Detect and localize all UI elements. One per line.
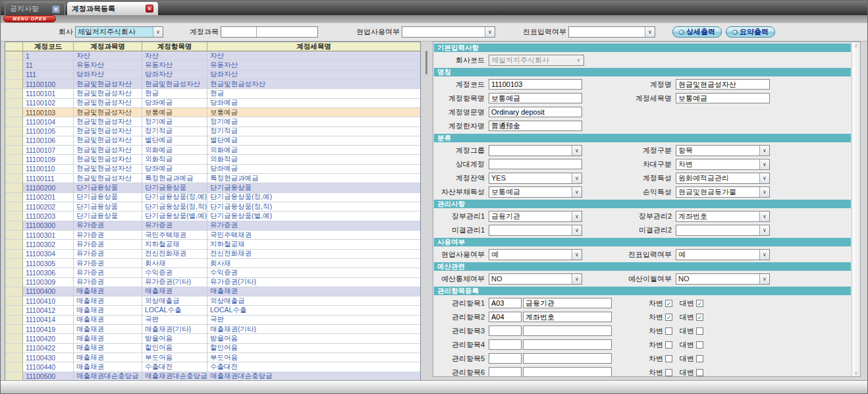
grid-scrollbar[interactable] — [423, 42, 431, 382]
table-row[interactable]: 111당좌자산당좌자산당좌자산 — [5, 70, 420, 80]
table-row[interactable]: 11100301유가증권국민주택채권국민주택채권 — [5, 231, 420, 240]
table-row[interactable]: 11100102현금및현금성자산당좌예금당좌예금 — [5, 99, 420, 108]
detail-scrollbar[interactable]: ∧ ∨ — [852, 42, 860, 376]
scrollbar-thumb[interactable] — [425, 51, 427, 74]
table-row[interactable]: 11100202단기금융상품단기금융상품(정,적)단기금융상품(정,적) — [5, 202, 420, 211]
company-select[interactable]: 제일저지주식회사 ∨ — [75, 26, 163, 38]
mgmt-item-name-input[interactable] — [523, 298, 612, 308]
budget-carryover-select[interactable]: NO ∨ — [676, 273, 770, 285]
profit-loss-trait-select[interactable]: 현금및현금등가물 ∨ — [676, 186, 770, 198]
debit-checkbox[interactable] — [665, 327, 672, 335]
debit-checkbox[interactable] — [665, 341, 672, 349]
table-row[interactable]: 11100412매출채권LOCAL수출LOCAL수출 — [5, 306, 420, 315]
close-icon[interactable]: × — [52, 5, 60, 13]
counter-account-input[interactable] — [489, 159, 582, 169]
table-row[interactable]: 11100305유가증권회사채회사채 — [5, 259, 420, 268]
row-selector-cell[interactable] — [5, 193, 23, 202]
tab-account-registration[interactable]: 계정과목등록 × — [67, 2, 158, 15]
table-row[interactable]: 11100422매출채권할인어음할인어음 — [5, 344, 420, 353]
row-selector-cell[interactable] — [5, 221, 23, 231]
row-selector-cell[interactable] — [5, 51, 23, 61]
english-name-input[interactable] — [489, 107, 582, 117]
row-selector-cell[interactable] — [5, 250, 23, 259]
table-row[interactable]: 11100300유가증권유가증권유가증권 — [5, 221, 420, 231]
credit-checkbox[interactable] — [696, 327, 703, 335]
row-selector-cell[interactable] — [5, 165, 23, 174]
row-selector-cell[interactable] — [5, 70, 23, 80]
row-selector-cell[interactable] — [5, 202, 23, 211]
account-subject-input-2[interactable] — [257, 27, 317, 37]
row-selector-cell[interactable] — [5, 174, 23, 183]
row-selector-cell[interactable] — [5, 325, 23, 334]
table-row[interactable]: 11100111현금및현금성자산특정현금과예금특정현금과예금 — [5, 174, 420, 183]
menu-open-button[interactable]: MENU OPEN — [3, 15, 56, 22]
mgmt-item-name-input[interactable] — [523, 339, 612, 350]
mgmt-item-code-input[interactable] — [489, 339, 522, 350]
row-selector-cell[interactable] — [5, 296, 23, 306]
table-row[interactable]: 11100200단기금융상품단기금융상품단기금융상품 — [5, 183, 420, 192]
table-row[interactable]: 11100309유가증권유가증권(기타)유가증권(기타) — [5, 278, 420, 287]
table-row[interactable]: 11100203단기금융상품단기금융상품(별,예)단기금융상품(별,예) — [5, 211, 420, 221]
book-mgmt1-select[interactable]: 금융기관 ∨ — [489, 211, 582, 222]
hanja-name-input[interactable] — [489, 121, 582, 131]
slip-entry-select[interactable]: 예 ∨ — [676, 249, 770, 260]
detail-name-input[interactable] — [676, 93, 770, 103]
table-row[interactable]: 11100306유가증권수익증권수익증권 — [5, 268, 420, 277]
table-row[interactable]: 11100419매출채권매출채권(기타)매출채권(기타) — [5, 325, 420, 334]
tab-notice[interactable]: 공지사항 × — [5, 2, 65, 15]
mgmt-item-name-input[interactable] — [523, 353, 612, 364]
table-row[interactable]: 11100304유가증권전신전화채권전신전화채권 — [5, 250, 420, 259]
row-selector-cell[interactable] — [5, 268, 23, 277]
account-code-input[interactable] — [489, 79, 582, 90]
table-row[interactable]: 11100110현금및현금성자산당좌예금당좌예금 — [5, 165, 420, 174]
account-balance-select[interactable]: YES ∨ — [489, 173, 582, 184]
mgmt-item-code-input[interactable] — [489, 367, 522, 376]
table-row[interactable]: 11100103현금및현금성자산보통예금보통예금 — [5, 108, 420, 117]
row-selector-cell[interactable] — [5, 287, 23, 296]
debit-checkbox[interactable]: ✓ — [665, 300, 672, 307]
budget-control-select[interactable]: NO ∨ — [489, 273, 582, 285]
row-selector-cell[interactable] — [5, 344, 23, 353]
row-selector-cell[interactable] — [5, 183, 23, 192]
item-name-input[interactable] — [489, 93, 582, 103]
mgmt-item-code-input[interactable] — [489, 298, 522, 308]
asset-liability-trait-select[interactable]: 보통예금 ∨ — [489, 186, 582, 198]
credit-checkbox[interactable] — [696, 369, 703, 376]
row-selector-cell[interactable] — [5, 99, 23, 108]
row-selector-cell[interactable] — [5, 80, 23, 89]
row-selector-cell[interactable] — [5, 334, 23, 343]
row-selector-cell[interactable] — [5, 362, 23, 372]
field-use-select[interactable]: 예 ∨ — [489, 249, 582, 260]
mgmt-item-code-input[interactable] — [489, 325, 522, 336]
scroll-up-icon[interactable]: ∧ — [854, 42, 858, 49]
debit-checkbox[interactable] — [665, 369, 672, 376]
mgmt-item-code-input[interactable] — [489, 353, 522, 364]
row-selector-cell[interactable] — [5, 306, 23, 315]
credit-checkbox[interactable] — [696, 355, 703, 362]
credit-checkbox[interactable]: ✓ — [696, 314, 703, 321]
table-row[interactable]: 11100420매출채권받을어음받을어음 — [5, 334, 420, 343]
table-row[interactable]: 11100104현금및현금성자산정기예금정기예금 — [5, 117, 420, 127]
field-use-select[interactable]: ∨ — [402, 26, 495, 38]
table-row[interactable]: 11100106현금및현금성자산별단예금별단예금 — [5, 136, 420, 146]
credit-checkbox[interactable] — [696, 341, 703, 349]
row-selector-cell[interactable] — [5, 278, 23, 287]
close-icon[interactable]: × — [146, 5, 153, 13]
account-group-select[interactable]: ∨ — [489, 145, 582, 156]
mgmt-item-name-input[interactable] — [523, 367, 612, 376]
table-row[interactable]: 11100410매출채권외상매출금외상매출금 — [5, 296, 420, 306]
scroll-down-icon[interactable]: ∨ — [854, 370, 858, 376]
row-selector-cell[interactable] — [5, 146, 23, 155]
debit-checkbox[interactable] — [665, 355, 672, 362]
table-row[interactable]: 1자산자산자산 — [5, 51, 420, 61]
table-row[interactable]: 11100302유가증권지하철공채지하철공채 — [5, 240, 420, 249]
row-selector-cell[interactable] — [5, 108, 23, 117]
row-selector-cell[interactable] — [5, 211, 23, 221]
row-selector-cell[interactable] — [5, 136, 23, 146]
table-row[interactable]: 11100414매출채권국판국판 — [5, 316, 420, 325]
mgmt-item-name-input[interactable] — [523, 312, 612, 322]
account-division-select[interactable]: 항목 ∨ — [676, 145, 770, 156]
row-selector-cell[interactable] — [5, 61, 23, 70]
summary-print-button[interactable]: 요약출력 — [726, 26, 775, 38]
row-selector-cell[interactable] — [5, 117, 23, 127]
